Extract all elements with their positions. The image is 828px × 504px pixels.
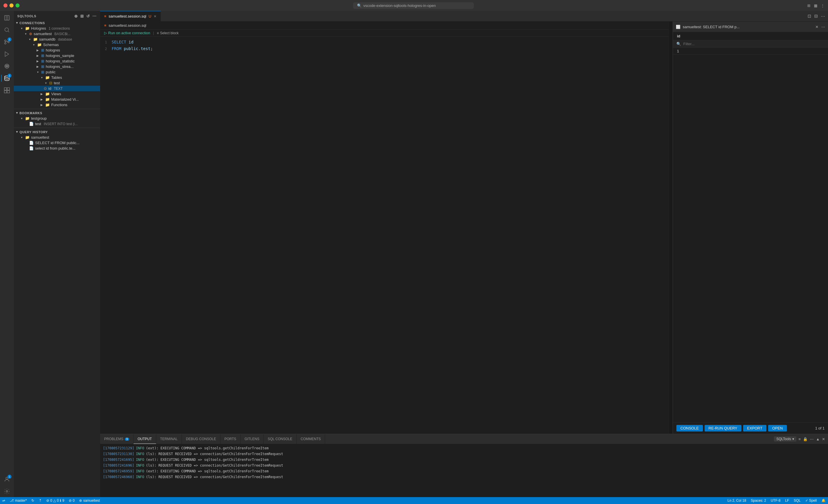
results-more-icon[interactable]: ⋯ bbox=[821, 25, 825, 29]
activity-explorer[interactable] bbox=[1, 12, 13, 24]
results-filter-input[interactable] bbox=[683, 42, 825, 46]
collapse-panel-icon[interactable]: ▲ bbox=[816, 437, 820, 441]
activity-search[interactable] bbox=[1, 24, 13, 36]
status-samueltest[interactable]: ⊛ samueltest bbox=[77, 497, 102, 504]
sidebar-item-tables[interactable]: ▾ 📁 Tables bbox=[14, 75, 100, 80]
schema-hologres-label: hologres bbox=[46, 48, 60, 52]
query-history-section-header[interactable]: ▾ QUERY HISTORY bbox=[14, 129, 100, 135]
sidebar-item-views[interactable]: ▶ 📁 Views bbox=[14, 91, 100, 97]
schema-hologres-chevron: ▶ bbox=[36, 49, 40, 52]
connections-section-header[interactable]: ▾ CONNECTIONS bbox=[14, 20, 100, 26]
status-sync[interactable]: ↻ bbox=[29, 497, 37, 504]
more-output-icon[interactable]: ⋯ bbox=[810, 437, 814, 441]
sidebar-item-samueltest[interactable]: ▾ ⊛ samueltest BASIC$t... bbox=[14, 31, 100, 37]
output-source-select[interactable]: SQLTools ▾ bbox=[774, 436, 796, 442]
tab-ports[interactable]: PORTS bbox=[220, 434, 241, 444]
code-area[interactable]: 1 SELECT id 2 FROM public.test; bbox=[100, 37, 669, 434]
select-block-button[interactable]: ≡ Select block bbox=[157, 31, 179, 35]
sidebar-item-qh-samueltest[interactable]: ▾ 📁 samueltest bbox=[14, 135, 100, 140]
tab-problems[interactable]: PROBLEMS 9 bbox=[100, 434, 133, 444]
editor-layout-icon[interactable]: ⊟ bbox=[814, 13, 818, 19]
sidebar-item-qh-query2[interactable]: 📄 select id from public.te... bbox=[14, 145, 100, 151]
editor-tab-session-sql[interactable]: ≡ samueltest.session.sql U ✕ bbox=[100, 11, 161, 21]
status-spaces[interactable]: Spaces: 2 bbox=[749, 497, 769, 504]
status-branch[interactable]: ⎇ master* bbox=[7, 497, 29, 504]
sidebar-item-hologres[interactable]: ▾ 📁 Hologres 1 connections bbox=[14, 26, 100, 31]
status-notifications[interactable]: 🔔 bbox=[819, 497, 828, 504]
activity-settings[interactable] bbox=[1, 486, 13, 497]
activity-extensions[interactable] bbox=[1, 85, 13, 96]
log-level-2: INFO bbox=[136, 451, 144, 457]
activity-source-control[interactable]: 1 bbox=[1, 36, 13, 48]
sidebar-item-qh-query1[interactable]: 📄 SELECT id FROM public... bbox=[14, 140, 100, 145]
results-tab[interactable]: ⬜ samueltest: SELECT id FROM p... bbox=[676, 25, 740, 29]
lock-icon[interactable]: 🔒 bbox=[803, 437, 808, 441]
layout-icon[interactable]: ⊞ bbox=[807, 3, 811, 8]
tab-gitlens[interactable]: GITLENS bbox=[241, 434, 263, 444]
debug-console-label: DEBUG CONSOLE bbox=[186, 437, 216, 441]
sidebar-item-schema-hologres[interactable]: ▶ ⊞ hologres bbox=[14, 47, 100, 53]
tab-debug-console[interactable]: DEBUG CONSOLE bbox=[182, 434, 220, 444]
clear-output-icon[interactable]: ≡ bbox=[799, 437, 801, 441]
close-button[interactable] bbox=[3, 3, 7, 7]
status-errors[interactable]: ⊘ 0 △ 0 ℹ 9 bbox=[44, 497, 67, 504]
close-panel-icon[interactable]: ✕ bbox=[822, 437, 825, 441]
tab-close-icon[interactable]: ✕ bbox=[154, 14, 157, 18]
status-eol[interactable]: LF bbox=[783, 497, 791, 504]
testgroup-label: testgroup bbox=[31, 116, 47, 121]
maximize-button[interactable] bbox=[15, 3, 19, 7]
sidebar-item-materialized-views[interactable]: ▶ 📁 Materialized Vi... bbox=[14, 97, 100, 102]
problems-badge: 9 bbox=[125, 437, 129, 441]
refresh-connections-icon[interactable]: ⊞ bbox=[80, 14, 84, 18]
status-publish[interactable]: ⇡ bbox=[37, 497, 44, 504]
sidebar-item-functions[interactable]: ▶ 📁 Functions bbox=[14, 102, 100, 108]
add-connection-icon[interactable]: ⊕ bbox=[74, 14, 78, 18]
activity-account[interactable]: 1 bbox=[1, 473, 13, 485]
editor-more-icon[interactable]: ⋯ bbox=[821, 13, 825, 19]
svg-rect-8 bbox=[7, 88, 9, 90]
sidebar-item-id-column[interactable]: ⊙ id TEXT bbox=[14, 86, 100, 91]
minimize-button[interactable] bbox=[9, 3, 13, 7]
status-remote[interactable]: ⇌ bbox=[0, 497, 7, 504]
tab-sql-console[interactable]: SQL CONSOLE bbox=[263, 434, 297, 444]
sidebar-item-schema-hologres-stream[interactable]: ▶ ⊞ hologres_strea... bbox=[14, 64, 100, 69]
split-editor-icon[interactable]: ⊡ bbox=[808, 13, 811, 19]
layout-options-icon[interactable]: ⋮ bbox=[821, 3, 825, 8]
samueldb-type: database bbox=[58, 37, 72, 41]
open-button[interactable]: OPEN bbox=[768, 425, 787, 431]
sidebar-item-schema-hologres-sample[interactable]: ▶ ⊞ hologres_sample bbox=[14, 53, 100, 58]
sidebar-item-schema-public[interactable]: ▾ ⊞ public bbox=[14, 69, 100, 75]
qh-q1-label: SELECT id FROM public... bbox=[35, 141, 79, 145]
activity-sqltools[interactable]: 1 bbox=[1, 73, 13, 84]
sidebar-item-samueldb[interactable]: ▾ 📁 samueldb database bbox=[14, 37, 100, 42]
sidebar-item-bookmark-test[interactable]: 📄 test INSERT INTO test (i... bbox=[14, 121, 100, 127]
run-button[interactable]: ▷ Run on active connection bbox=[104, 31, 150, 35]
activity-run[interactable] bbox=[1, 48, 13, 60]
title-search[interactable]: 🔍 vscode-extension-sqltools-hologres-in-… bbox=[353, 2, 474, 9]
bookmarks-section-header[interactable]: ▾ BOOKMARKS bbox=[14, 110, 100, 116]
sidebar-item-schemas[interactable]: ▾ 📁 Schemas bbox=[14, 42, 100, 47]
export-button[interactable]: EXPORT bbox=[743, 425, 767, 431]
status-encoding[interactable]: UTF-8 bbox=[769, 497, 783, 504]
activity-remote[interactable] bbox=[1, 60, 13, 72]
status-ln-col[interactable]: Ln 2, Col 18 bbox=[725, 497, 749, 504]
sidebar-item-test-table[interactable]: ▾ ⊟ test bbox=[14, 80, 100, 86]
tab-db-icon: ≡ bbox=[104, 14, 107, 18]
console-button[interactable]: CONSOLE bbox=[676, 425, 703, 431]
status-lang[interactable]: SQL bbox=[791, 497, 803, 504]
sync-icon: ↻ bbox=[31, 499, 34, 503]
sidebar-item-schema-hologres-statistic[interactable]: ▶ ⊞ hologres_statistic bbox=[14, 58, 100, 64]
refresh-icon[interactable]: ↺ bbox=[86, 14, 90, 18]
results-close-icon[interactable]: ✕ bbox=[815, 25, 819, 29]
more-options-icon[interactable]: ⋯ bbox=[92, 14, 97, 18]
tab-output[interactable]: OUTPUT bbox=[133, 434, 156, 444]
status-no-tests[interactable]: ⊘ 0 bbox=[67, 497, 77, 504]
qh-samueltest-chevron: ▾ bbox=[19, 136, 24, 139]
source-control-badge: 1 bbox=[7, 37, 11, 41]
layout-split-icon[interactable]: ▦ bbox=[814, 3, 817, 8]
status-spell[interactable]: ✓ Spell bbox=[803, 497, 819, 504]
tab-terminal[interactable]: TERMINAL bbox=[156, 434, 182, 444]
rerun-button[interactable]: RE-RUN QUERY bbox=[705, 425, 741, 431]
tab-comments[interactable]: COMMENTS bbox=[297, 434, 325, 444]
sidebar-item-testgroup[interactable]: ▾ 📁 testgroup bbox=[14, 116, 100, 121]
